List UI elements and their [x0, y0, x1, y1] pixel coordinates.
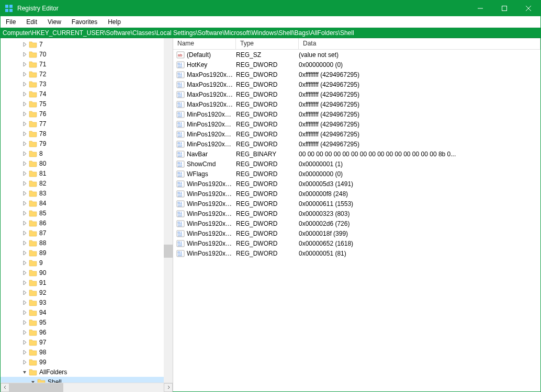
chevron-right-icon[interactable]	[20, 318, 29, 327]
chevron-right-icon[interactable]	[20, 40, 29, 49]
minimize-button[interactable]	[468, 1, 492, 16]
column-header-type[interactable]: Type	[236, 38, 299, 49]
chevron-right-icon[interactable]	[20, 70, 29, 78]
chevron-right-icon[interactable]	[20, 130, 29, 138]
tree-item[interactable]: 83	[1, 188, 173, 198]
value-row[interactable]: 011110MinPos1920x108...REG_DWORD0xffffff…	[173, 129, 540, 139]
tree-item[interactable]: 95	[1, 317, 173, 327]
tree-item[interactable]: 82	[1, 178, 173, 188]
chevron-right-icon[interactable]	[20, 219, 29, 227]
tree-item[interactable]: 72	[1, 69, 173, 79]
tree-item[interactable]: 80	[1, 158, 173, 168]
titlebar[interactable]: Registry Editor	[1, 1, 540, 16]
scroll-right-button[interactable]	[164, 383, 173, 392]
chevron-right-icon[interactable]	[20, 338, 29, 347]
value-row[interactable]: 011110WFlagsREG_DWORD0x00000000 (0)	[173, 169, 540, 179]
tree-item[interactable]: 78	[1, 129, 173, 139]
maximize-button[interactable]	[492, 1, 516, 16]
address-bar[interactable]: Computer\HKEY_CURRENT_USER\Software\Clas…	[1, 28, 540, 38]
tree-vertical-scrollbar[interactable]	[164, 38, 173, 383]
tree-item[interactable]: 90	[1, 268, 173, 278]
scrollbar-track[interactable]	[9, 383, 164, 392]
chevron-right-icon[interactable]	[20, 209, 29, 217]
value-row[interactable]: 011110WinPos1920x108...REG_DWORD0x000001…	[173, 228, 540, 238]
tree-item[interactable]: 71	[1, 59, 173, 69]
tree-item[interactable]: 81	[1, 168, 173, 178]
chevron-right-icon[interactable]	[20, 80, 29, 88]
tree-item[interactable]: 9	[1, 258, 173, 268]
tree-item[interactable]: 85	[1, 208, 173, 218]
tree-item[interactable]: 96	[1, 327, 173, 337]
value-row[interactable]: 011110WinPos1920x108...REG_DWORD0x000002…	[173, 218, 540, 228]
chevron-right-icon[interactable]	[20, 269, 29, 277]
menu-item-file[interactable]: File	[1, 17, 21, 27]
values-list[interactable]: ab(Default)REG_SZ(value not set)011110Ho…	[173, 50, 540, 391]
chevron-right-icon[interactable]	[20, 90, 29, 98]
value-row[interactable]: 011110MaxPos1920x10...REG_DWORD0xfffffff…	[173, 70, 540, 79]
tree-item[interactable]: 77	[1, 119, 173, 129]
tree-item[interactable]: 91	[1, 278, 173, 287]
tree-item[interactable]: 79	[1, 139, 173, 148]
value-row[interactable]: 011110HotKeyREG_DWORD0x00000000 (0)	[173, 60, 540, 70]
tree-item[interactable]: 84	[1, 198, 173, 208]
value-row[interactable]: 011110ShowCmdREG_DWORD0x00000001 (1)	[173, 159, 540, 169]
chevron-right-icon[interactable]	[20, 120, 29, 128]
chevron-right-icon[interactable]	[20, 289, 29, 297]
chevron-right-icon[interactable]	[20, 298, 29, 307]
scrollbar-thumb[interactable]	[164, 245, 173, 258]
tree-item[interactable]: 86	[1, 218, 173, 228]
chevron-right-icon[interactable]	[20, 229, 29, 237]
tree-item[interactable]: 74	[1, 89, 173, 99]
tree-item[interactable]: 88	[1, 238, 173, 248]
menu-item-edit[interactable]: Edit	[21, 17, 42, 27]
scrollbar-thumb[interactable]	[9, 383, 63, 392]
value-row[interactable]: 011110MinPos1920x108...REG_DWORD0xffffff…	[173, 119, 540, 129]
value-row[interactable]: 011110MaxPos1920x10...REG_DWORD0xfffffff…	[173, 99, 540, 109]
value-row[interactable]: 011110WinPos1920x108...REG_DWORD0x000003…	[173, 209, 540, 218]
tree-item[interactable]: 99	[1, 357, 173, 367]
tree-item[interactable]: 73	[1, 79, 173, 89]
chevron-right-icon[interactable]	[20, 179, 29, 188]
value-row[interactable]: 011110WinPos1920x108...REG_DWORD0x000006…	[173, 199, 540, 209]
chevron-right-icon[interactable]	[20, 50, 29, 59]
chevron-down-icon[interactable]	[20, 368, 29, 376]
chevron-right-icon[interactable]	[20, 279, 29, 287]
chevron-right-icon[interactable]	[20, 199, 29, 207]
tree-item[interactable]: 7	[1, 39, 173, 49]
chevron-right-icon[interactable]	[20, 239, 29, 247]
menu-item-help[interactable]: Help	[103, 17, 126, 27]
tree-horizontal-scrollbar[interactable]	[1, 383, 173, 391]
value-row[interactable]: 011110MaxPos1920x10...REG_DWORD0xfffffff…	[173, 89, 540, 99]
chevron-right-icon[interactable]	[20, 328, 29, 337]
tree-item[interactable]: 70	[1, 49, 173, 59]
menu-item-favorites[interactable]: Favorites	[66, 17, 103, 27]
menu-item-view[interactable]: View	[42, 17, 66, 27]
chevron-down-icon[interactable]	[29, 378, 37, 383]
value-row[interactable]: 011110MaxPos1920x10...REG_DWORD0xfffffff…	[173, 79, 540, 89]
chevron-right-icon[interactable]	[20, 149, 29, 158]
column-header-name[interactable]: Name	[173, 38, 236, 49]
column-header-data[interactable]: Data	[299, 38, 540, 49]
value-row[interactable]: 011110NavBarREG_BINARY00 00 00 00 00 00 …	[173, 149, 540, 159]
scroll-left-button[interactable]	[1, 383, 9, 392]
chevron-right-icon[interactable]	[20, 189, 29, 198]
tree-item[interactable]: Shell	[1, 377, 173, 383]
value-row[interactable]: 011110MinPos1920x108...REG_DWORD0xffffff…	[173, 139, 540, 149]
tree-item[interactable]: 93	[1, 297, 173, 307]
chevron-right-icon[interactable]	[20, 259, 29, 267]
tree-item[interactable]: AllFolders	[1, 367, 173, 377]
tree-item[interactable]: 94	[1, 307, 173, 317]
tree-item[interactable]: 8	[1, 148, 173, 158]
tree-item[interactable]: 98	[1, 347, 173, 357]
value-row[interactable]: ab(Default)REG_SZ(value not set)	[173, 50, 540, 60]
tree-item[interactable]: 89	[1, 248, 173, 258]
tree-item[interactable]: 75	[1, 99, 173, 109]
tree-item[interactable]: 87	[1, 228, 173, 238]
chevron-right-icon[interactable]	[20, 159, 29, 168]
chevron-right-icon[interactable]	[20, 60, 29, 68]
tree-item[interactable]: 97	[1, 337, 173, 347]
chevron-right-icon[interactable]	[20, 348, 29, 356]
value-row[interactable]: 011110WinPos1920x108...REG_DWORD0x000000…	[173, 189, 540, 199]
chevron-right-icon[interactable]	[20, 140, 29, 148]
chevron-right-icon[interactable]	[20, 169, 29, 178]
